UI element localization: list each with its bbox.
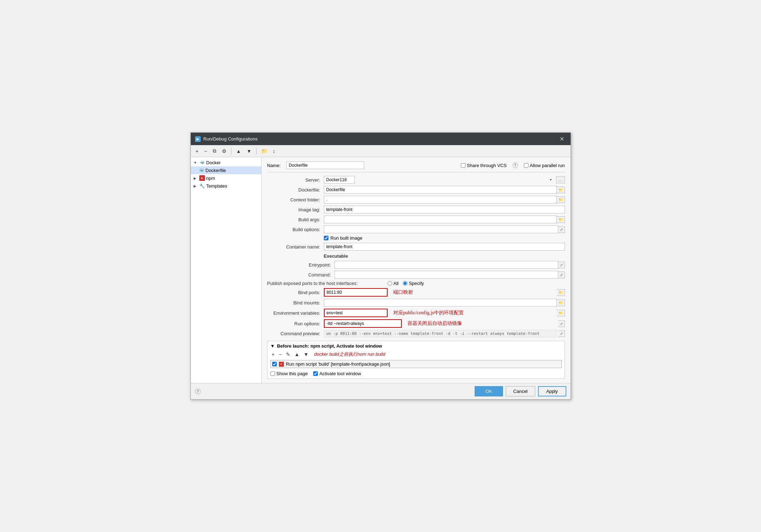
radio-specify-input[interactable] [403,281,407,286]
dialog-title: Run/Debug Configurations [204,136,258,142]
move-up-button[interactable]: ▲ [234,147,243,155]
context-folder-browse-button[interactable]: 📁 [557,196,565,203]
env-browse-button[interactable]: 📁 [557,310,565,316]
radio-all-label: All [394,281,399,286]
name-input[interactable] [286,161,364,169]
bind-mounts-browse-button[interactable]: 📁 [557,299,565,306]
entrypoint-expand-button[interactable]: ⤢ [558,262,565,268]
collapse-icon: ▼ [270,343,275,349]
dockerfile-browse-button[interactable]: 📁 [557,187,565,193]
activate-window-label: Activate tool window [319,371,361,376]
tree-item-docker[interactable]: ▼ 🐳 Docker [191,159,261,166]
npm-icon: n [199,175,205,181]
bl-edit-button[interactable]: ✎ [285,351,292,358]
activate-window-option[interactable]: Activate tool window [313,371,361,376]
dockerfile-input[interactable] [324,186,557,194]
entrypoint-row: Entrypoint: ⤢ [267,261,565,269]
container-name-input[interactable] [324,243,565,251]
copy-button[interactable]: ⧉ [211,147,218,155]
share-vcs-label: Share through VCS [467,163,507,168]
build-args-label: Build args: [267,217,324,222]
build-args-browse-button[interactable]: 📁 [557,216,565,223]
footer: ? OK Cancel Apply [191,383,571,399]
server-select[interactable]: Docker118 [324,176,355,184]
command-input[interactable] [334,271,558,279]
build-options-expand-button[interactable]: ⤢ [558,226,565,233]
move-down-button[interactable]: ▼ [245,147,254,155]
build-args-input[interactable] [324,216,557,223]
bind-ports-input[interactable] [324,288,388,297]
bl-item-checkbox[interactable] [272,362,277,366]
server-row: Server: Docker118 … [267,176,565,184]
remove-button[interactable]: − [202,147,209,155]
image-tag-label: Image tag: [267,207,324,212]
bind-ports-label: Bind ports: [267,290,324,295]
wrench-icon: 🔧 [199,183,205,189]
image-tag-input[interactable] [324,206,565,213]
main-content: ▼ 🐳 Docker 🐳 Dockerfile ▶ n npm ▶ 🔧 Temp… [191,157,571,383]
share-vcs-checkbox[interactable] [461,163,465,168]
cancel-button[interactable]: Cancel [506,386,535,396]
env-variables-label: Environment variables: [267,310,324,316]
bl-remove-button[interactable]: − [277,351,283,358]
folder-button[interactable]: 📁 [259,147,269,155]
build-options-input[interactable] [324,225,558,233]
radio-all[interactable]: All [388,281,399,286]
add-button[interactable]: + [194,147,201,155]
top-options-right: Share through VCS ? Allow parallel run [461,162,565,168]
share-vcs-option[interactable]: Share through VCS [461,163,507,168]
footer-help-icon[interactable]: ? [195,389,201,394]
before-launch-toolbar: + − ✎ ▲ ▼ docker build之前执行nom run build [270,351,562,358]
bind-ports-browse-button[interactable]: 📁 [557,289,565,296]
tree-item-npm[interactable]: ▶ n npm [191,174,261,182]
bl-up-button[interactable]: ▲ [293,351,301,358]
tree-item-dockerfile[interactable]: 🐳 Dockerfile [191,166,261,174]
allow-parallel-checkbox[interactable] [524,163,528,168]
allow-parallel-option[interactable]: Allow parallel run [524,163,565,168]
run-options-annotation: 容器关闭后自动启动镜像 [407,320,462,327]
before-launch-item[interactable]: n Run npm script 'build' [template-front… [270,360,562,368]
run-options-input[interactable] [324,319,402,328]
container-name-row: Container name: [267,243,565,251]
radio-specify[interactable]: Specify [403,281,424,286]
activate-window-checkbox[interactable] [313,371,318,376]
sort-button[interactable]: ↕ [271,147,277,155]
context-folder-input[interactable] [324,196,557,204]
share-help-icon[interactable]: ? [513,162,518,168]
bl-item-label: Run npm script 'build' [template-front\p… [286,361,390,367]
tree-item-templates[interactable]: ▶ 🔧 Templates [191,182,261,190]
command-preview-value: un -p 8011:80 --env env=test --name temp… [324,330,557,337]
show-page-checkbox[interactable] [270,371,275,376]
command-row: Command: ⤢ [267,271,565,279]
env-variables-input[interactable] [324,309,388,317]
ok-button[interactable]: OK [475,386,503,396]
command-expand-button[interactable]: ⤢ [558,271,565,278]
command-input-group: ⤢ [334,271,565,279]
settings-button[interactable]: ⚙ [220,147,229,155]
entrypoint-input[interactable] [334,261,558,269]
command-preview-expand-button[interactable]: ⤢ [558,330,565,337]
run-built-image-checkbox[interactable] [324,236,328,240]
apply-button[interactable]: Apply [538,386,566,396]
ports-radio-group: All Specify [388,281,424,286]
app-icon: ▶ [195,136,201,142]
build-options-row: Build options: ⤢ [267,225,565,233]
bl-down-btn[interactable]: ▼ [302,351,310,358]
bl-add-button[interactable]: + [270,351,276,358]
bind-mounts-input[interactable] [324,299,557,307]
radio-specify-label: Specify [409,281,424,286]
show-page-option[interactable]: Show this page [270,371,308,376]
before-launch-annotation: docker build之前执行nom run build [314,351,385,357]
name-label: Name: [267,163,281,168]
run-options-expand-button[interactable]: ⤢ [558,320,565,327]
tree-label-npm: npm [206,176,215,181]
radio-all-input[interactable] [388,281,392,286]
bind-mounts-input-group: 📁 [324,299,565,307]
chevron-right-icon: ▶ [194,176,198,180]
entrypoint-label: Entrypoint: [267,262,334,268]
server-more-button[interactable]: … [556,176,565,183]
before-launch-label: Before launch: npm script, Activate tool… [277,343,382,349]
before-launch-section: ▼ Before launch: npm script, Activate to… [267,341,565,379]
close-button[interactable]: ✕ [557,135,566,143]
toolbar-separator-2 [256,148,257,154]
